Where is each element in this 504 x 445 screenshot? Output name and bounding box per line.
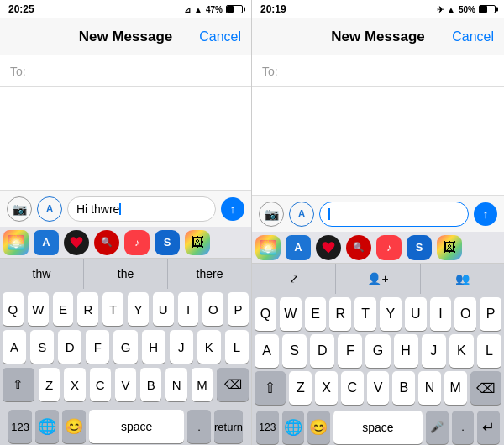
key-delete-left[interactable]: ⌫ bbox=[217, 368, 249, 401]
key-x-left[interactable]: X bbox=[64, 368, 85, 401]
key-t-left[interactable]: T bbox=[102, 292, 123, 326]
key-123-left[interactable]: 123 bbox=[8, 410, 32, 443]
qkey-b-right[interactable]: B bbox=[392, 371, 415, 405]
qkey-a-right[interactable]: A bbox=[255, 334, 279, 368]
cancel-btn-left[interactable]: Cancel bbox=[199, 29, 241, 44]
cancel-btn-right[interactable]: Cancel bbox=[452, 29, 494, 44]
qkey-k-right[interactable]: K bbox=[449, 334, 474, 368]
suggestion-person-add-right[interactable]: 👤+ bbox=[336, 264, 420, 294]
send-btn-left[interactable]: ↑ bbox=[221, 197, 244, 221]
key-s-left[interactable]: S bbox=[30, 330, 54, 364]
key-b-left[interactable]: B bbox=[140, 368, 161, 401]
key-w-left[interactable]: W bbox=[28, 292, 49, 326]
camera-icon-right[interactable]: 📷 bbox=[259, 202, 284, 227]
key-globe-right[interactable]: 🌐 bbox=[282, 411, 305, 444]
gallery-icon-right[interactable]: 🌅 bbox=[255, 235, 281, 260]
key-p-left[interactable]: P bbox=[228, 292, 249, 326]
key-c-left[interactable]: C bbox=[90, 368, 111, 401]
key-shift-left[interactable]: ⇧ bbox=[3, 368, 34, 401]
key-v-left[interactable]: V bbox=[115, 368, 136, 401]
key-y-left[interactable]: Y bbox=[128, 292, 149, 326]
to-field-right[interactable]: To: bbox=[252, 55, 504, 87]
qkey-h-right[interactable]: H bbox=[394, 334, 418, 368]
key-emoji-left[interactable]: 😊 bbox=[62, 410, 86, 443]
key-r-left[interactable]: R bbox=[77, 292, 98, 326]
appstore2-icon-left[interactable]: A bbox=[34, 230, 59, 255]
music-icon-right[interactable]: ♪ bbox=[376, 235, 402, 260]
key-return-left[interactable]: return bbox=[214, 410, 243, 443]
qkey-delete-right[interactable]: ⌫ bbox=[470, 371, 501, 405]
qkey-x-right[interactable]: X bbox=[315, 371, 338, 405]
camera-icon-left[interactable]: 📷 bbox=[7, 196, 32, 222]
key-u-left[interactable]: U bbox=[153, 292, 174, 326]
key-q-left[interactable]: Q bbox=[3, 292, 24, 326]
key-j-left[interactable]: J bbox=[170, 330, 193, 364]
key-o-left[interactable]: O bbox=[202, 292, 223, 326]
suggestion-person2-right[interactable]: 👥 bbox=[421, 264, 504, 294]
key-n-left[interactable]: N bbox=[165, 368, 186, 401]
key-space-left[interactable]: space bbox=[89, 410, 184, 443]
qkey-m-right[interactable]: M bbox=[444, 371, 467, 405]
qkey-s-right[interactable]: S bbox=[282, 334, 307, 368]
key-h-left[interactable]: H bbox=[142, 330, 165, 364]
suggestion-3-left[interactable]: there bbox=[168, 259, 251, 289]
message-input-right[interactable] bbox=[319, 202, 469, 227]
key-mic-right[interactable]: 🎤 bbox=[426, 411, 449, 444]
appstore-icon-left[interactable]: A bbox=[37, 196, 62, 222]
suggestion-2-left[interactable]: the bbox=[84, 259, 168, 289]
message-input-left[interactable]: Hi thwre bbox=[67, 196, 216, 222]
key-emoji-right[interactable]: 😊 bbox=[307, 411, 330, 444]
qkey-q-right[interactable]: Q bbox=[255, 297, 276, 331]
qkey-n-right[interactable]: N bbox=[418, 371, 441, 405]
heart-icon-left[interactable] bbox=[64, 230, 89, 255]
shazam-icon-right[interactable]: S bbox=[407, 235, 432, 260]
suggestion-1-left[interactable]: thw bbox=[0, 259, 84, 289]
key-d-left[interactable]: D bbox=[58, 330, 81, 364]
photos-icon-left[interactable]: 🌅 bbox=[3, 230, 29, 255]
key-return-right[interactable]: ↵ bbox=[477, 411, 500, 444]
qkey-r-right[interactable]: R bbox=[329, 297, 351, 331]
key-l-left[interactable]: L bbox=[225, 330, 249, 364]
key-period-right[interactable]: . bbox=[452, 411, 475, 444]
key-space-right[interactable]: space bbox=[333, 411, 423, 444]
key-globe-left[interactable]: 🌐 bbox=[35, 410, 59, 443]
key-k-left[interactable]: K bbox=[197, 330, 221, 364]
qkey-c-right[interactable]: C bbox=[341, 371, 364, 405]
qkey-shift-right[interactable]: ⇧ bbox=[255, 371, 286, 405]
gallery-icon-left[interactable]: 🖼 bbox=[185, 230, 210, 255]
key-123-right[interactable]: 123 bbox=[256, 411, 279, 444]
qkey-y-right[interactable]: Y bbox=[380, 297, 402, 331]
to-field-left[interactable]: To: bbox=[0, 55, 251, 87]
qkey-j-right[interactable]: J bbox=[422, 334, 446, 368]
appstore2-icon-right[interactable]: A bbox=[286, 235, 311, 260]
music-icon-left[interactable]: ♪ bbox=[124, 230, 150, 255]
qkey-i-right[interactable]: I bbox=[430, 297, 452, 331]
key-g-left[interactable]: G bbox=[113, 330, 137, 364]
suggestion-expand-right[interactable]: ⤢ bbox=[252, 264, 336, 294]
lens-icon-right[interactable]: 🔍 bbox=[346, 235, 371, 260]
key-f-left[interactable]: F bbox=[86, 330, 109, 364]
key-m-left[interactable]: M bbox=[192, 368, 213, 401]
qkey-g-right[interactable]: G bbox=[365, 334, 390, 368]
lens-icon-left[interactable]: 🔍 bbox=[94, 230, 119, 255]
send-btn-right[interactable]: ↑ bbox=[474, 202, 497, 226]
appstore-icon-right[interactable]: A bbox=[289, 202, 314, 227]
heart-icon-right[interactable] bbox=[316, 235, 341, 260]
key-e-left[interactable]: E bbox=[53, 292, 74, 326]
qkey-e-right[interactable]: E bbox=[305, 297, 327, 331]
qkey-o-right[interactable]: O bbox=[454, 297, 476, 331]
qkey-z-right[interactable]: Z bbox=[289, 371, 312, 405]
qkey-v-right[interactable]: V bbox=[367, 371, 390, 405]
key-period-left[interactable]: . bbox=[187, 410, 211, 443]
key-i-left[interactable]: I bbox=[178, 292, 199, 326]
qkey-u-right[interactable]: U bbox=[405, 297, 427, 331]
qkey-f-right[interactable]: F bbox=[338, 334, 362, 368]
qkey-l-right[interactable]: L bbox=[477, 334, 501, 368]
key-z-left[interactable]: Z bbox=[39, 368, 60, 401]
key-a-left[interactable]: A bbox=[3, 330, 26, 364]
qkey-p-right[interactable]: P bbox=[480, 297, 501, 331]
qkey-t-right[interactable]: T bbox=[354, 297, 376, 331]
shazam-icon-left[interactable]: S bbox=[155, 230, 180, 255]
gallery2-icon-right[interactable]: 🖼 bbox=[437, 235, 462, 260]
qkey-w-right[interactable]: W bbox=[280, 297, 302, 331]
